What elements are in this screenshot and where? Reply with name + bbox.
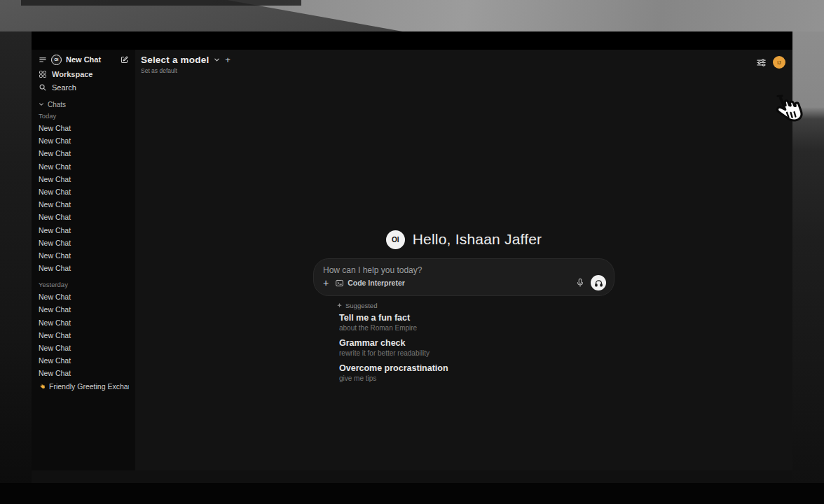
chat-list-item[interactable]: New Chat [39,354,129,367]
chat-list-item[interactable]: New Chat [39,211,129,223]
new-chat-icon[interactable] [120,55,129,64]
main-area: Select a model + Set as default IJ [135,50,792,470]
chat-list-yesterday: New ChatNew ChatNew ChatNew ChatNew Chat… [39,290,129,379]
suggestion-subtitle: give me tips [339,374,614,382]
attach-button[interactable]: + [323,279,329,286]
add-model-button[interactable]: + [225,55,231,65]
suggestion-title: Grammar check [339,338,614,348]
chat-list-item[interactable]: New Chat [39,147,129,160]
workspace-label: Workspace [52,70,93,78]
model-chevron-icon[interactable] [214,57,220,63]
sidebar-header: OI New Chat [39,52,129,66]
workspace-icon [39,70,47,78]
chats-header-label: Chats [48,101,66,108]
suggestion-title: Overcome procrastination [339,363,614,373]
chat-list-item[interactable]: New Chat [39,173,129,186]
header-right: IJ [756,56,785,69]
model-header: Select a model + Set as default [141,55,231,74]
sidebar: OI New Chat Workspace Searc [32,50,135,470]
chat-list-item-named[interactable]: Friendly Greeting Exchange [39,380,129,393]
chat-list-item[interactable]: New Chat [39,160,129,173]
chat-list-item[interactable]: New Chat [39,224,129,237]
chat-list-item[interactable]: New Chat [39,303,129,316]
mic-icon[interactable] [576,278,584,288]
chat-list-item[interactable]: New Chat [39,186,129,198]
chat-list-today: New ChatNew ChatNew ChatNew ChatNew Chat… [39,122,129,274]
wallpaper-edge [21,0,301,6]
chat-list-item[interactable]: New Chat [39,237,129,249]
app-logo: OI [51,55,62,65]
suggestion-title: Tell me a fun fact [339,313,614,323]
headphones-icon [594,279,603,288]
app-window: OI New Chat Workspace Searc [32,31,792,470]
sidebar-title: New Chat [66,55,116,64]
chat-list-item[interactable]: New Chat [39,316,129,329]
named-chat-label: Friendly Greeting Exchange [49,380,129,393]
chat-list-item[interactable]: New Chat [39,290,129,303]
code-interpreter-toggle[interactable]: Code Interpreter [335,279,405,288]
suggestion-list: Tell me a fun fact about the Roman Empir… [313,313,614,382]
greeting-text: Hello, Ishaan Jaffer [413,231,542,248]
chat-list-item[interactable]: New Chat [39,198,129,211]
waving-hand-icon [39,382,46,390]
wallpaper-right [792,31,824,504]
chevron-down-icon [39,102,44,107]
wallpaper-bottom-bar [0,483,824,504]
chat-list-item[interactable]: New Chat [39,367,129,379]
chat-list-item[interactable]: New Chat [39,262,129,274]
suggestion-item[interactable]: Grammar check rewrite it for better read… [339,338,614,357]
code-interpreter-label: Code Interpreter [348,279,405,287]
date-group-today: Today [39,111,129,122]
suggestion-subtitle: about the Roman Empire [339,324,614,332]
chat-list-item[interactable]: New Chat [39,134,129,147]
app-logo-large: OI [386,230,405,249]
date-group-yesterday: Yesterday [39,279,129,290]
sidebar-item-search[interactable]: Search [39,80,129,94]
controls-icon[interactable] [756,57,767,68]
center-column: OI Hello, Ishaan Jaffer How can I help y… [313,229,614,388]
chat-list-item[interactable]: New Chat [39,122,129,134]
voice-call-button[interactable] [591,275,606,290]
suggestion-subtitle: rewrite it for better readability [339,349,614,357]
chat-list-item[interactable]: New Chat [39,329,129,342]
model-selector[interactable]: Select a model [141,55,209,65]
window-titlebar [32,31,792,50]
search-icon [39,83,47,92]
chat-list-item[interactable]: New Chat [39,342,129,354]
chat-list-item[interactable]: New Chat [39,249,129,262]
desktop: OI New Chat Workspace Searc [0,0,824,504]
avatar[interactable]: IJ [773,56,785,69]
sidebar-item-workspace[interactable]: Workspace [39,67,129,80]
message-input[interactable]: How can I help you today? [323,265,606,275]
suggestion-item[interactable]: Overcome procrastination give me tips [339,363,614,382]
greeting-row: OI Hello, Ishaan Jaffer [313,229,614,250]
sidebar-toggle-icon[interactable] [39,55,47,64]
suggested-label: Suggested [345,302,377,309]
message-input-card[interactable]: How can I help you today? + Code Interpr… [313,258,614,296]
wallpaper-left [0,31,32,504]
code-interpreter-icon [335,279,344,288]
suggested-header: Suggested [336,302,614,309]
set-default-button[interactable]: Set as default [141,67,231,74]
search-label: Search [52,83,76,92]
suggestion-item[interactable]: Tell me a fun fact about the Roman Empir… [339,313,614,332]
sparkle-icon [336,302,343,309]
chats-section-toggle[interactable]: Chats [39,99,129,110]
